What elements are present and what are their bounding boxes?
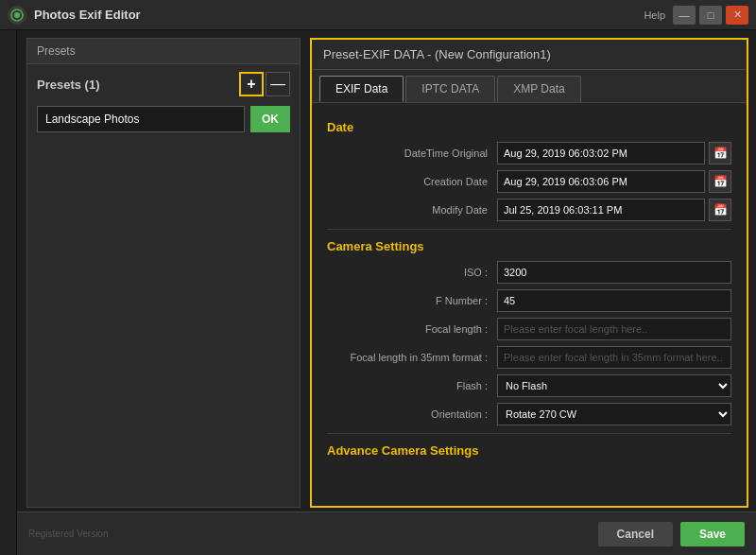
modify-date-label: Modify Date (327, 204, 497, 216)
bottom-bar: Registered Version Cancel Save (17, 512, 756, 555)
help-label[interactable]: Help (644, 9, 665, 21)
creation-date-row: Creation Date 📅 (327, 170, 731, 193)
save-button[interactable]: Save (680, 522, 745, 546)
exif-content: Date DateTime Original 📅 Creation Date 📅 (312, 103, 747, 506)
focal-length-35mm-input[interactable] (497, 346, 731, 369)
tab-exif-data[interactable]: EXIF Data (319, 76, 404, 102)
remove-preset-button[interactable]: — (266, 72, 290, 96)
datetime-original-wrap: 📅 (497, 142, 731, 165)
fnumber-wrap (497, 289, 731, 312)
focal-length-row: Focal length : (327, 318, 731, 340)
preset-name-row: OK (27, 102, 300, 136)
preset-ok-button[interactable]: OK (250, 106, 290, 132)
focal-length-input[interactable] (497, 318, 731, 340)
presets-section-header: Presets (27, 39, 300, 64)
datetime-original-input[interactable] (497, 142, 705, 165)
cancel-button[interactable]: Cancel (598, 522, 673, 546)
presets-panel: Presets Presets (1) + — OK (26, 38, 301, 508)
iso-label: ISO : (327, 267, 497, 278)
date-section-header: Date (327, 120, 731, 134)
fnumber-input[interactable] (497, 289, 731, 312)
preset-action-buttons: + — (239, 72, 290, 96)
tab-xmp-data[interactable]: XMP Data (497, 76, 580, 102)
flash-wrap: No Flash Flash Flash No Return Flash Ret… (497, 374, 731, 397)
registered-text: Registered Version (28, 529, 109, 539)
focal-length-35mm-label: Focal length in 35mm format : (327, 352, 497, 363)
focal-length-label: Focal length : (327, 323, 497, 335)
orientation-row: Orientation : Rotate 270 CW Rotate 90 CW… (327, 403, 731, 425)
orientation-wrap: Rotate 270 CW Rotate 90 CW Rotate 180 No… (497, 403, 731, 425)
datetime-original-calendar-button[interactable]: 📅 (709, 142, 731, 165)
preset-name-input[interactable] (37, 106, 245, 132)
focal-length-35mm-row: Focal length in 35mm format : (327, 346, 731, 369)
iso-wrap (497, 261, 731, 284)
close-button[interactable]: ✕ (726, 6, 748, 25)
add-preset-button[interactable]: + (239, 72, 264, 96)
flash-label: Flash : (327, 380, 497, 391)
creation-date-label: Creation Date (327, 176, 497, 187)
camera-divider (327, 433, 731, 434)
creation-date-wrap: 📅 (497, 170, 731, 193)
bottom-left: Registered Version (28, 529, 591, 539)
flash-select[interactable]: No Flash Flash Flash No Return Flash Ret… (497, 374, 731, 397)
iso-row: ISO : (327, 261, 731, 284)
modify-date-input[interactable] (497, 199, 705, 221)
orientation-select[interactable]: Rotate 270 CW Rotate 90 CW Rotate 180 No… (497, 403, 731, 425)
datetime-original-row: DateTime Original 📅 (327, 142, 731, 165)
presets-title-row: Presets (1) + — (27, 64, 300, 102)
dialog: Presets Presets (1) + — OK Preset-EXIF D… (17, 30, 756, 555)
exif-panel-header: Preset-EXIF DATA - (New Configuration1) (312, 40, 747, 70)
svg-point-1 (14, 12, 20, 18)
tab-iptc-data[interactable]: IPTC DATA (405, 76, 495, 102)
main-area: Presets Presets (1) + — OK Preset-EXIF D… (0, 30, 756, 555)
exif-panel: Preset-EXIF DATA - (New Configuration1) … (310, 38, 748, 508)
camera-section-header: Camera Settings (327, 239, 731, 253)
presets-count-label: Presets (1) (37, 78, 99, 92)
creation-date-calendar-button[interactable]: 📅 (709, 170, 731, 193)
datetime-original-label: DateTime Original (327, 147, 497, 159)
app-title: Photos Exif Editor (34, 8, 644, 22)
modify-date-row: Modify Date 📅 (327, 199, 731, 221)
orientation-label: Orientation : (327, 408, 497, 420)
iso-input[interactable] (497, 261, 731, 284)
advance-section-header: Advance Camera Settings (327, 443, 731, 458)
app-sidebar (0, 30, 17, 555)
fnumber-row: F Number : (327, 289, 731, 312)
modify-date-calendar-button[interactable]: 📅 (709, 199, 731, 221)
app-icon (8, 6, 26, 25)
focal-length-35mm-wrap (497, 346, 731, 369)
creation-date-input[interactable] (497, 170, 705, 193)
date-divider (327, 229, 731, 230)
tabs-bar: EXIF Data IPTC DATA XMP Data (312, 70, 747, 103)
title-bar: Photos Exif Editor Help — □ ✕ (0, 0, 756, 30)
modify-date-wrap: 📅 (497, 199, 731, 221)
flash-row: Flash : No Flash Flash Flash No Return F… (327, 374, 731, 397)
maximize-button[interactable]: □ (699, 6, 722, 25)
minimize-button[interactable]: — (673, 6, 696, 25)
window-controls: — □ ✕ (673, 6, 748, 25)
focal-length-wrap (497, 318, 731, 340)
fnumber-label: F Number : (327, 295, 497, 306)
